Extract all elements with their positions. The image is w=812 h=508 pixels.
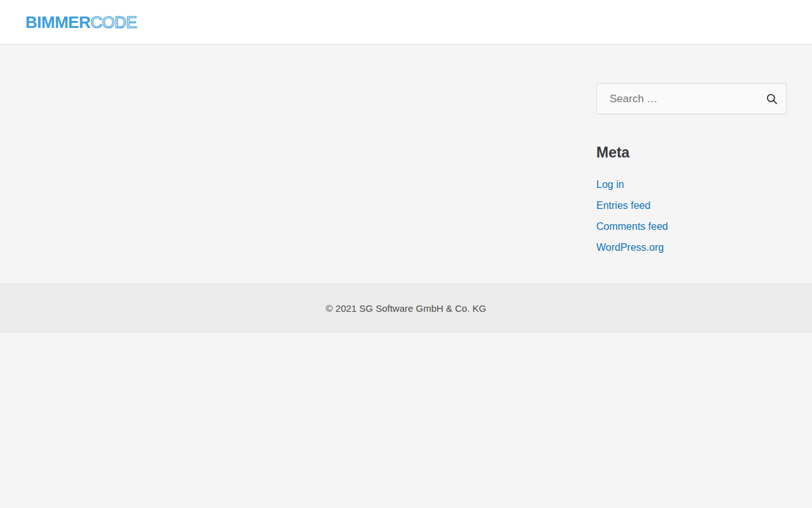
- search-form: [596, 83, 787, 114]
- meta-widget: Meta Log in Entries feed Comments feed W…: [596, 145, 787, 253]
- site-header: BIMMERCODE: [0, 0, 812, 44]
- list-item: Log in: [596, 179, 787, 190]
- list-item: WordPress.org: [596, 242, 787, 253]
- site-footer: © 2021 SG Software GmbH & Co. KG: [0, 283, 812, 333]
- list-item: Comments feed: [596, 221, 787, 232]
- meta-link-list: Log in Entries feed Comments feed WordPr…: [596, 179, 787, 253]
- content-area: [25, 44, 596, 283]
- meta-link-entries-feed[interactable]: Entries feed: [596, 200, 650, 211]
- meta-link-log-in[interactable]: Log in: [596, 179, 624, 190]
- logo-text-bold: BIMMER: [25, 13, 90, 32]
- logo-text-light: CODE: [90, 13, 136, 32]
- sidebar: Meta Log in Entries feed Comments feed W…: [596, 44, 787, 283]
- list-item: Entries feed: [596, 200, 787, 211]
- search-submit-button[interactable]: [756, 83, 787, 114]
- meta-link-wordpress-org[interactable]: WordPress.org: [596, 242, 664, 253]
- search-icon: [766, 93, 778, 105]
- site-logo[interactable]: BIMMERCODE: [25, 14, 137, 30]
- meta-link-comments-feed[interactable]: Comments feed: [596, 221, 668, 232]
- main-content: Meta Log in Entries feed Comments feed W…: [0, 44, 812, 283]
- copyright-text: © 2021 SG Software GmbH & Co. KG: [326, 303, 487, 314]
- meta-heading: Meta: [596, 145, 787, 160]
